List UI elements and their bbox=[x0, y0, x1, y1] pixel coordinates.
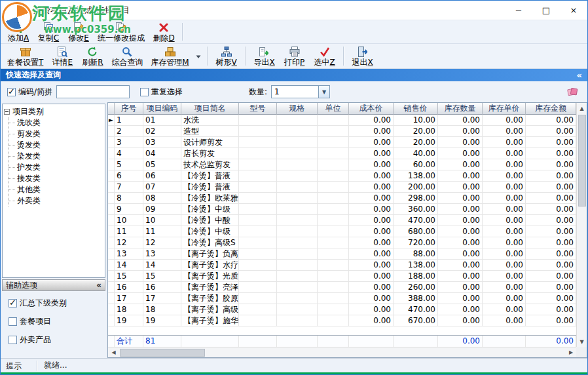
column-header-indicator[interactable] bbox=[108, 103, 115, 115]
tree-item[interactable]: 外卖类 bbox=[9, 195, 103, 207]
table-row[interactable]: 1818【离子烫】高级0.00470.000.000.000.00 bbox=[108, 304, 576, 315]
tree-item[interactable]: 洗吹类 bbox=[9, 117, 103, 128]
column-header[interactable]: 库存单价 bbox=[483, 103, 526, 115]
grid-cell: 0.00 bbox=[438, 193, 483, 204]
combo-dropdown-icon[interactable] bbox=[318, 86, 329, 98]
code-checkbox[interactable] bbox=[7, 88, 16, 96]
table-row[interactable]: 707【冷烫】普液0.00200.000.000.000.00 bbox=[108, 182, 576, 193]
horizontal-scrollbar[interactable] bbox=[108, 347, 576, 357]
checkbox[interactable] bbox=[9, 317, 17, 326]
column-header[interactable]: 库存数量 bbox=[438, 103, 483, 115]
grid-cell bbox=[318, 137, 349, 148]
table-row[interactable]: 1717【离子烫】胶原0.00388.000.000.000.00 bbox=[108, 293, 576, 304]
column-header[interactable]: 销售价 bbox=[394, 103, 438, 115]
grid-cell: 0.00 bbox=[438, 126, 483, 137]
grid-cell: 0.00 bbox=[349, 215, 394, 226]
column-header[interactable]: 规格 bbox=[277, 103, 318, 115]
table-row[interactable]: 1414【离子烫】水疗0.00138.000.000.000.00 bbox=[108, 260, 576, 271]
copy-button[interactable]: 复制C bbox=[33, 21, 64, 43]
table-row[interactable]: 1010【冷烫】中酸0.00470.000.000.000.00 bbox=[108, 215, 576, 226]
export-button[interactable]: 导出X bbox=[249, 45, 280, 68]
aux-collapse-chevron-icon[interactable]: « bbox=[96, 281, 101, 290]
grid-cell: 0.00 bbox=[349, 282, 394, 293]
grid-cell bbox=[277, 159, 318, 170]
table-row[interactable]: 1919【离子烫】施华0.00670.000.000.000.00 bbox=[108, 315, 576, 326]
column-header[interactable]: 库存金额 bbox=[526, 103, 576, 115]
tree-item[interactable]: 染发类 bbox=[9, 151, 103, 162]
details-button[interactable]: 详情E bbox=[47, 45, 77, 68]
tree-item[interactable]: 接发类 bbox=[9, 173, 103, 184]
select-button[interactable]: 选中Z bbox=[310, 45, 340, 68]
tree-view-button[interactable]: 树形V bbox=[211, 45, 242, 68]
grid-cell: 20.00 bbox=[394, 137, 438, 148]
table-row[interactable]: 808【冷烫】欧莱雅0.00298.000.000.000.00 bbox=[108, 193, 576, 204]
checkbox[interactable] bbox=[9, 336, 17, 344]
vertical-scrollbar[interactable] bbox=[576, 103, 587, 347]
table-row[interactable]: 202造型0.0020.000.000.000.00 bbox=[108, 126, 576, 137]
bookmark-icon[interactable] bbox=[567, 87, 578, 97]
tree-item[interactable]: 其他类 bbox=[9, 184, 103, 195]
table-row[interactable]: 1616【离子烫】亮泽0.00260.000.000.000.00 bbox=[108, 282, 576, 293]
scroll-down-icon[interactable] bbox=[577, 336, 587, 347]
exit-button[interactable]: 退出X bbox=[348, 45, 378, 68]
column-header[interactable]: 项目简名 bbox=[181, 103, 239, 115]
minimize-button[interactable]: ─ bbox=[505, 1, 532, 20]
table-row[interactable]: 909【冷烫】中级0.00360.000.000.000.00 bbox=[108, 204, 576, 215]
tree-item[interactable]: 烫发类 bbox=[9, 140, 103, 151]
aux-option[interactable]: 外卖产品 bbox=[9, 334, 105, 345]
search-icon bbox=[121, 46, 133, 58]
table-row[interactable]: 1111【冷烫】中级0.00680.000.000.000.00 bbox=[108, 226, 576, 237]
code-input[interactable] bbox=[56, 85, 130, 98]
collapse-chevron-icon[interactable]: « bbox=[577, 70, 582, 80]
column-header[interactable]: 序号 bbox=[115, 103, 143, 115]
grid-cell: 05 bbox=[143, 159, 181, 170]
table-row[interactable]: 505技术总监剪发0.0060.000.000.000.00 bbox=[108, 159, 576, 170]
print-button[interactable]: 打印P bbox=[280, 45, 310, 68]
table-row[interactable]: 606【冷烫】普液0.00138.000.000.000.00 bbox=[108, 170, 576, 182]
close-button[interactable]: × bbox=[560, 1, 587, 20]
comprehensive-query-button[interactable]: 综合查询 bbox=[107, 45, 147, 68]
repeat-checkbox-row[interactable]: 重复选择 bbox=[140, 87, 183, 98]
scroll-right-icon[interactable] bbox=[566, 347, 576, 358]
column-header[interactable]: 型号 bbox=[239, 103, 277, 115]
maximize-button[interactable]: □ bbox=[532, 1, 560, 20]
scroll-up-icon[interactable] bbox=[577, 103, 587, 113]
quantity-combobox[interactable]: 1 bbox=[271, 85, 330, 98]
tree-item[interactable]: 剪发类 bbox=[9, 128, 103, 140]
inventory-dropdown-button[interactable] bbox=[193, 45, 204, 68]
table-row[interactable]: 1313【离子烫】负离0.0088.000.000.000.00 bbox=[108, 248, 576, 260]
horizontal-scroll-thumb[interactable] bbox=[120, 349, 205, 357]
repeat-select-checkbox[interactable] bbox=[140, 88, 149, 96]
aux-option-label: 套餐项目 bbox=[20, 316, 51, 327]
checkbox[interactable] bbox=[9, 299, 17, 307]
table-row[interactable]: ►101水洗0.0010.000.000.000.00 bbox=[108, 115, 576, 126]
row-indicator bbox=[108, 260, 115, 271]
aux-options-header[interactable]: 辅助选项 « bbox=[2, 279, 105, 291]
column-header[interactable]: 成本价 bbox=[349, 103, 394, 115]
refresh-button[interactable]: 刷新R bbox=[77, 45, 107, 68]
vertical-scroll-thumb[interactable] bbox=[578, 115, 586, 207]
table-row[interactable]: 404店长剪发0.0040.000.000.000.00 bbox=[108, 148, 576, 159]
table-row[interactable]: 1212【冷烫】高级S0.00720.000.000.000.00 bbox=[108, 237, 576, 248]
grid-cell: 0.00 bbox=[349, 126, 394, 137]
table-row[interactable]: 1515【离子烫】光质0.00188.000.000.000.00 bbox=[108, 271, 576, 282]
code-checkbox-row[interactable]: 编码/简拼 bbox=[7, 87, 52, 98]
grid-cell: 0.00 bbox=[483, 248, 526, 260]
table-row[interactable]: 303设计师剪发0.0020.000.000.000.00 bbox=[108, 137, 576, 148]
tree-item[interactable]: 护发类 bbox=[9, 162, 103, 173]
modify-button[interactable]: 修改E bbox=[64, 21, 94, 43]
package-settings-button[interactable]: 套餐设置T bbox=[3, 45, 47, 68]
aux-option[interactable]: 套餐项目 bbox=[9, 316, 105, 327]
scroll-left-icon[interactable] bbox=[108, 347, 119, 358]
column-header[interactable]: 项目编码 bbox=[143, 103, 181, 115]
aux-option[interactable]: 汇总下级类别 bbox=[9, 298, 105, 309]
column-header[interactable]: 单位 bbox=[318, 103, 349, 115]
grid-cell bbox=[277, 115, 318, 126]
tree-root[interactable]: 项目类别 bbox=[4, 106, 103, 117]
delete-button[interactable]: 删除D bbox=[149, 21, 179, 43]
tree-collapse-icon[interactable] bbox=[4, 109, 10, 115]
grid-cell: 260.00 bbox=[394, 282, 438, 293]
inventory-manage-button[interactable]: 库存管理M bbox=[147, 45, 193, 68]
batch-modify-commission-button[interactable]: 统一修改提成 bbox=[94, 21, 149, 43]
add-button[interactable]: 添加A bbox=[3, 21, 33, 43]
